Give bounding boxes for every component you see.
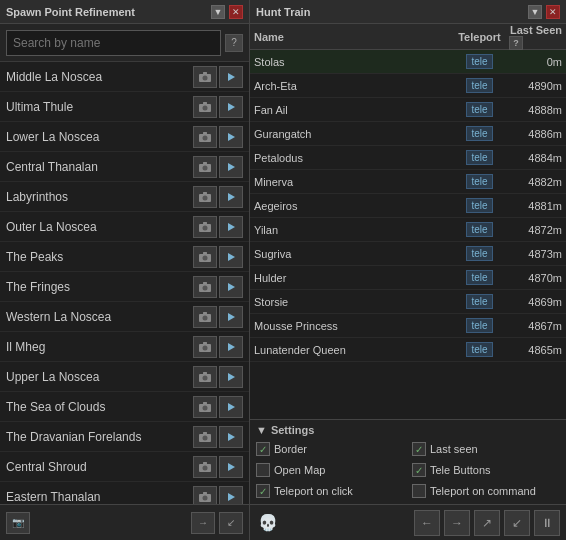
setting-checkbox[interactable] xyxy=(256,463,270,477)
setting-item: ✓Border xyxy=(256,440,404,458)
lastseen-help-button[interactable]: ? xyxy=(509,36,523,50)
zone-teleport-button[interactable] xyxy=(219,246,243,268)
zone-camera-button[interactable] xyxy=(193,186,217,208)
left-panel-title: Spawn Point Refinement xyxy=(6,6,135,18)
hunt-last-seen: 4869m xyxy=(507,296,562,308)
zone-teleport-button[interactable] xyxy=(219,276,243,298)
zone-teleport-button[interactable] xyxy=(219,486,243,505)
hunt-name: Petalodus xyxy=(254,152,452,164)
setting-item: ✓Tele Buttons xyxy=(412,461,560,479)
zone-camera-button[interactable] xyxy=(193,156,217,178)
svg-rect-6 xyxy=(203,102,207,104)
hunt-row: Huldertele4870m xyxy=(250,266,566,290)
zone-row: Western La Noscea xyxy=(0,302,249,332)
setting-checkbox[interactable]: ✓ xyxy=(256,442,270,456)
export-btn[interactable]: → xyxy=(191,512,215,534)
search-input[interactable] xyxy=(6,30,221,56)
zone-camera-button[interactable] xyxy=(193,246,217,268)
hunt-minimize-button[interactable]: ▼ xyxy=(528,5,542,19)
zone-teleport-button[interactable] xyxy=(219,336,243,358)
hunt-last-seen: 4865m xyxy=(507,344,562,356)
zone-buttons xyxy=(193,66,243,88)
zone-teleport-button[interactable] xyxy=(219,366,243,388)
zone-teleport-button[interactable] xyxy=(219,426,243,448)
zone-camera-button[interactable] xyxy=(193,126,217,148)
hunt-tele-button[interactable]: tele xyxy=(452,102,507,117)
setting-checkbox[interactable]: ✓ xyxy=(412,442,426,456)
zone-teleport-button[interactable] xyxy=(219,216,243,238)
zone-teleport-button[interactable] xyxy=(219,306,243,328)
zone-teleport-button[interactable] xyxy=(219,156,243,178)
setting-checkbox[interactable]: ✓ xyxy=(256,484,270,498)
hunt-row: Sugrivatele4873m xyxy=(250,242,566,266)
hunt-tele-button[interactable]: tele xyxy=(452,78,507,93)
zone-camera-button[interactable] xyxy=(193,216,217,238)
svg-marker-51 xyxy=(228,433,235,441)
setting-checkbox[interactable] xyxy=(412,484,426,498)
zone-camera-button[interactable] xyxy=(193,96,217,118)
setting-checkbox[interactable]: ✓ xyxy=(412,463,426,477)
zone-teleport-button[interactable] xyxy=(219,396,243,418)
export-hunt-button[interactable]: ↗ xyxy=(474,510,500,536)
hunt-name: Yilan xyxy=(254,224,452,236)
zone-name: Ultima Thule xyxy=(6,100,193,114)
zone-camera-button[interactable] xyxy=(193,486,217,505)
bottom-left-controls: 💀 xyxy=(256,511,280,535)
hunt-name: Mousse Princess xyxy=(254,320,452,332)
hunt-tele-button[interactable]: tele xyxy=(452,294,507,309)
import-hunt-button[interactable]: ↙ xyxy=(504,510,530,536)
zone-teleport-button[interactable] xyxy=(219,96,243,118)
hunt-tele-button[interactable]: tele xyxy=(452,54,507,69)
zone-row: The Peaks xyxy=(0,242,249,272)
settings-title[interactable]: ▼ Settings xyxy=(256,424,560,436)
hunt-tele-button[interactable]: tele xyxy=(452,222,507,237)
svg-point-29 xyxy=(203,285,208,290)
nav-prev-button[interactable]: ← xyxy=(414,510,440,536)
nav-next-button[interactable]: → xyxy=(444,510,470,536)
zone-teleport-button[interactable] xyxy=(219,456,243,478)
svg-marker-11 xyxy=(228,133,235,141)
zone-camera-button[interactable] xyxy=(193,66,217,88)
pause-button[interactable]: ⏸ xyxy=(534,510,560,536)
hunt-tele-button[interactable]: tele xyxy=(452,174,507,189)
zone-camera-button[interactable] xyxy=(193,306,217,328)
zone-name: The Dravanian Forelands xyxy=(6,430,193,444)
col-teleport-header: Teleport xyxy=(452,31,507,43)
zone-buttons xyxy=(193,456,243,478)
hunt-tele-button[interactable]: tele xyxy=(452,198,507,213)
close-button[interactable]: ✕ xyxy=(229,5,243,19)
col-name-header: Name xyxy=(254,31,452,43)
hunt-tele-button[interactable]: tele xyxy=(452,150,507,165)
zone-teleport-button[interactable] xyxy=(219,126,243,148)
import-btn[interactable]: ↙ xyxy=(219,512,243,534)
zone-camera-button[interactable] xyxy=(193,426,217,448)
hunt-name: Sugriva xyxy=(254,248,452,260)
zone-camera-button[interactable] xyxy=(193,456,217,478)
svg-point-57 xyxy=(203,495,208,500)
zone-teleport-button[interactable] xyxy=(219,186,243,208)
hunt-last-seen: 4872m xyxy=(507,224,562,236)
hunt-close-button[interactable]: ✕ xyxy=(546,5,560,19)
svg-marker-55 xyxy=(228,463,235,471)
svg-rect-38 xyxy=(203,342,207,344)
hunt-tele-button[interactable]: tele xyxy=(452,126,507,141)
zone-camera-button[interactable] xyxy=(193,276,217,298)
hunt-tele-button[interactable]: tele xyxy=(452,342,507,357)
camera-icon-btn[interactable]: 📷 xyxy=(6,512,30,534)
zone-teleport-button[interactable] xyxy=(219,66,243,88)
search-help-button[interactable]: ? xyxy=(225,34,243,52)
hunt-tele-button[interactable]: tele xyxy=(452,246,507,261)
zone-camera-button[interactable] xyxy=(193,396,217,418)
hunt-tele-button[interactable]: tele xyxy=(452,318,507,333)
svg-marker-47 xyxy=(228,403,235,411)
hunt-last-seen: 4886m xyxy=(507,128,562,140)
zone-camera-button[interactable] xyxy=(193,366,217,388)
minimize-button[interactable]: ▼ xyxy=(211,5,225,19)
zone-row: The Fringes xyxy=(0,272,249,302)
hunt-row: Mousse Princesstele4867m xyxy=(250,314,566,338)
zone-camera-button[interactable] xyxy=(193,336,217,358)
zone-row: The Dravanian Forelands xyxy=(0,422,249,452)
setting-item: ✓Teleport on click xyxy=(256,482,404,500)
svg-marker-35 xyxy=(228,313,235,321)
hunt-tele-button[interactable]: tele xyxy=(452,270,507,285)
